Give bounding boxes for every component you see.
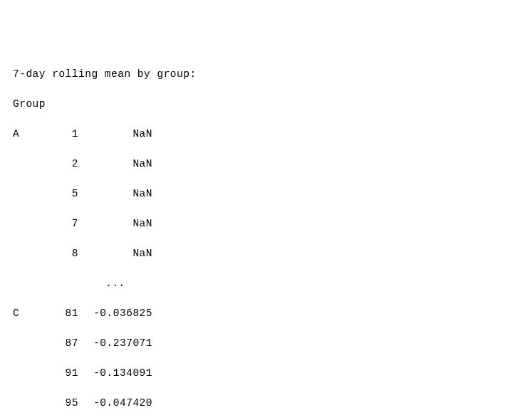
row-value: NaN [78, 157, 152, 172]
table-row: 95-0.047420 [13, 396, 507, 411]
row-index: 5 [53, 187, 78, 201]
row-value: -0.047420 [78, 396, 152, 411]
row-index: 95 [53, 396, 78, 411]
row-value: -0.036825 [78, 306, 152, 321]
row-index: 91 [53, 366, 78, 381]
table-row: 2NaN [13, 157, 507, 172]
truncation-ellipsis: ... [13, 276, 507, 291]
section1-title: 7-day rolling mean by group: [13, 67, 507, 82]
table-row: 8NaN [13, 246, 507, 261]
table-row: 5NaN [13, 187, 507, 201]
row-value: -0.237071 [78, 336, 152, 351]
table-row: A1NaN [13, 127, 507, 142]
row-index: 7 [53, 216, 78, 231]
row-index: 81 [53, 306, 78, 321]
row-value: -0.134091 [78, 366, 152, 381]
table-row: 7NaN [13, 216, 507, 231]
group-label: C [13, 306, 53, 321]
row-index: 1 [53, 127, 78, 142]
row-index: 8 [53, 246, 78, 261]
row-value: NaN [78, 127, 152, 142]
row-index: 87 [53, 336, 78, 351]
row-value: NaN [78, 187, 152, 201]
table-row: 91-0.134091 [13, 366, 507, 381]
group-label: A [13, 127, 53, 142]
row-index: 2 [53, 157, 78, 172]
table-row: 87-0.237071 [13, 336, 507, 351]
section1-index-header: Group [13, 97, 507, 112]
row-value: NaN [78, 216, 152, 231]
row-value: NaN [78, 246, 152, 261]
table-row: C81-0.036825 [13, 306, 507, 321]
ellipsis-icon: ... [78, 276, 152, 291]
